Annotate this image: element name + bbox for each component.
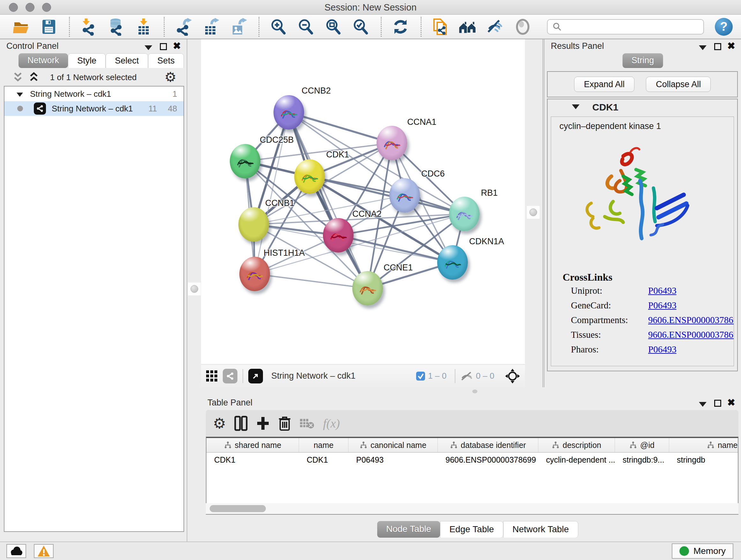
crosslink-link[interactable]: 9606.ENSP00000378699 [648, 315, 734, 325]
table-cell[interactable]: P06493 [348, 453, 438, 468]
add-column-icon[interactable] [256, 416, 270, 431]
table-cell[interactable]: stringdb:9... [615, 453, 669, 468]
import-network-database-button[interactable] [107, 17, 125, 36]
selected-checkbox-icon[interactable] [416, 371, 425, 381]
help-button[interactable]: ? [715, 18, 733, 36]
cloud-status-button[interactable] [6, 544, 26, 558]
collapse-all-button[interactable]: Collapse All [646, 77, 711, 92]
save-session-button[interactable] [40, 17, 58, 36]
hidden-eye-icon[interactable] [461, 371, 473, 381]
gear-icon[interactable]: ⚙ [164, 71, 177, 84]
zoom-fit-button[interactable] [324, 17, 342, 36]
network-canvas[interactable]: CCNB2CCNA1CDC25BCDK1CDC6RB1CCNB1CCNA2CDK… [201, 39, 525, 364]
tab-node-table[interactable]: Node Table [377, 521, 440, 538]
crosshair-icon[interactable] [504, 368, 521, 384]
tab-select[interactable]: Select [106, 53, 148, 68]
table-cell[interactable]: 9606.ENSP00000378699 [438, 453, 538, 468]
splitter-knob[interactable] [188, 283, 201, 295]
edge-HIST1H1A-CCNE1[interactable] [255, 274, 367, 288]
export-network-button[interactable] [174, 17, 193, 36]
table-cell[interactable]: CDK1 [206, 453, 299, 468]
node-CCNB1[interactable] [239, 207, 269, 242]
grid-view-icon[interactable] [205, 370, 218, 382]
birdseye-toggle-button[interactable] [514, 17, 532, 36]
export-image-button[interactable] [229, 17, 248, 36]
table-horizontal-scrollbar[interactable] [206, 503, 738, 514]
panel-close-button[interactable]: ✖ [173, 43, 181, 50]
show-hide-button[interactable] [486, 17, 504, 36]
warnings-button[interactable] [34, 544, 54, 558]
panel-float-button[interactable] [699, 43, 706, 52]
crosslink-link[interactable]: 9606.ENSP00000378699 [648, 329, 734, 340]
tab-edge-table[interactable]: Edge Table [440, 521, 503, 538]
share-view-icon[interactable] [223, 369, 238, 383]
crosslink-link[interactable]: P06493 [648, 286, 677, 296]
panel-maximize-button[interactable] [160, 43, 167, 52]
panel-float-button[interactable] [699, 399, 706, 409]
column-header-canonical-name[interactable]: canonical name [348, 438, 438, 452]
refresh-button[interactable] [391, 17, 410, 36]
node-HIST1H1A[interactable] [239, 257, 270, 291]
import-network-file-button[interactable] [79, 17, 98, 36]
zoom-selected-button[interactable] [351, 17, 370, 36]
node-CCNA1[interactable] [377, 126, 407, 160]
table-settings-gear-icon[interactable]: ⚙ [213, 417, 226, 430]
node-CCNB2[interactable] [273, 95, 304, 130]
zoom-in-button[interactable] [269, 17, 287, 36]
tree-expand-icon[interactable] [17, 89, 23, 99]
panel-close-button[interactable]: ✖ [727, 399, 735, 406]
section-collapse-icon[interactable] [572, 105, 580, 109]
clear-table-icon[interactable] [299, 417, 315, 430]
global-search-box[interactable] [547, 19, 704, 35]
tab-network-table[interactable]: Network Table [503, 521, 578, 538]
column-header-shared-name[interactable]: shared name [206, 438, 299, 452]
search-input[interactable] [562, 22, 696, 32]
open-session-button[interactable] [12, 17, 30, 36]
tab-string[interactable]: String [623, 53, 663, 68]
table-cell[interactable]: CDK1 [299, 453, 348, 468]
show-columns-icon[interactable] [234, 416, 248, 431]
import-table-file-button[interactable] [134, 17, 153, 36]
crosslink-link[interactable]: P06493 [648, 300, 677, 311]
panel-close-button[interactable]: ✖ [727, 43, 735, 50]
left-splitter[interactable] [187, 39, 201, 542]
expand-all-button[interactable]: Expand All [574, 77, 635, 92]
node-CCNA2[interactable] [323, 218, 354, 253]
zoom-out-button[interactable] [296, 17, 315, 36]
detach-view-icon[interactable] [248, 369, 263, 383]
column-header-database-identifier[interactable]: database identifier [438, 438, 538, 452]
node-CDC25B[interactable] [230, 144, 260, 179]
scrollbar-thumb[interactable] [210, 505, 266, 512]
memory-button[interactable]: Memory [672, 543, 733, 559]
tab-style[interactable]: Style [68, 53, 106, 68]
function-builder-icon[interactable]: f(x) [323, 416, 340, 430]
node-CCNE1[interactable] [352, 271, 383, 306]
delete-column-icon[interactable] [278, 416, 291, 431]
table-cell[interactable]: stringdb [669, 453, 738, 468]
edge-CCNB2-CCNE1[interactable] [289, 112, 367, 288]
node-CDC6[interactable] [389, 178, 420, 212]
column-header-name[interactable]: name [299, 438, 348, 452]
column-header-namespace[interactable]: namespace [669, 438, 738, 452]
node-CDKN1A[interactable] [437, 245, 468, 280]
node-RB1[interactable] [449, 197, 480, 231]
copy-style-button[interactable] [431, 17, 450, 36]
column-header--id[interactable]: @id [615, 438, 669, 452]
tab-network[interactable]: Network [18, 53, 68, 68]
tab-sets[interactable]: Sets [148, 53, 184, 68]
export-table-button[interactable] [202, 17, 220, 36]
column-header-description[interactable]: description [538, 438, 615, 452]
table-cell[interactable]: cyclin-dependent ... [538, 453, 615, 468]
splitter-knob[interactable] [472, 389, 477, 393]
node-CDK1[interactable] [294, 159, 325, 194]
network-collection-row[interactable]: String Network – cdk1 1 [4, 86, 184, 101]
network-row-selected[interactable]: String Network – cdk1 11 48 [4, 101, 184, 116]
crosslink-link[interactable]: P06493 [648, 344, 677, 355]
protein-section-header[interactable]: CDK1 [548, 99, 737, 116]
edge-CCNB2-CCNA1[interactable] [289, 112, 392, 143]
splitter-knob[interactable] [527, 206, 540, 219]
panel-maximize-button[interactable] [714, 43, 721, 52]
first-neighbors-button[interactable] [459, 17, 477, 36]
table-row[interactable]: CDK1CDK1P064939606.ENSP00000378699cyclin… [206, 453, 738, 468]
panel-maximize-button[interactable] [714, 399, 721, 409]
